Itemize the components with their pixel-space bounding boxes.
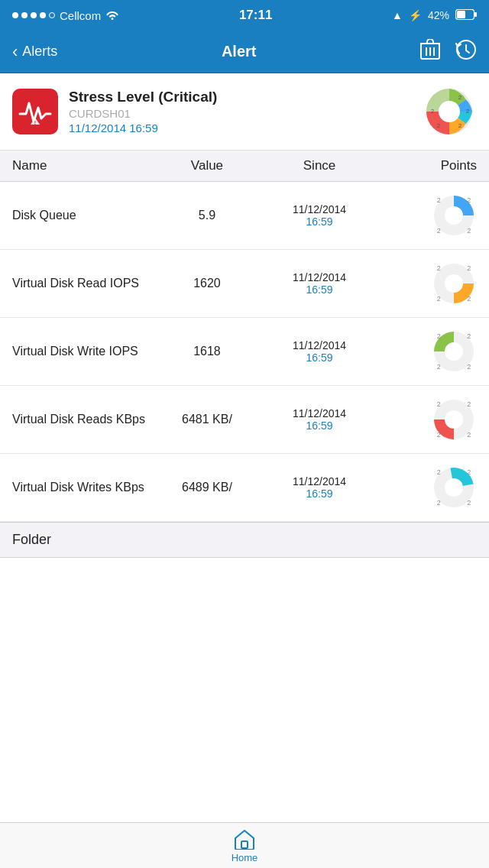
- table-row[interactable]: Virtual Disk Writes KBps6489 KB/11/12/20…: [0, 454, 489, 522]
- status-right: ▲ ⚡ 42%: [392, 9, 477, 22]
- svg-text:2: 2: [467, 431, 471, 439]
- svg-text:2: 2: [458, 122, 462, 129]
- svg-text:2: 2: [467, 468, 471, 476]
- nav-title: Alert: [222, 43, 257, 60]
- folder-section: Folder: [0, 522, 489, 558]
- row-since-time: 16:59: [252, 419, 387, 432]
- row-since: 11/12/201416:59: [252, 271, 387, 296]
- row-pie-chart: 2222: [387, 193, 477, 238]
- svg-point-37: [445, 410, 463, 429]
- svg-text:2: 2: [467, 264, 471, 272]
- svg-text:2: 2: [467, 196, 471, 204]
- svg-point-43: [445, 478, 463, 497]
- battery-label: 42%: [428, 9, 449, 21]
- row-name: Virtual Disk Writes KBps: [12, 480, 162, 496]
- row-pie-chart: 2222: [387, 261, 477, 306]
- svg-text:2: 2: [437, 264, 441, 272]
- status-time: 17:11: [239, 8, 272, 23]
- alert-title: Stress Level (Critical): [69, 89, 411, 105]
- svg-point-12: [439, 101, 460, 122]
- row-pie-chart: 2222: [387, 397, 477, 442]
- svg-text:2: 2: [467, 499, 471, 507]
- svg-text:2: 2: [431, 108, 435, 115]
- table-row[interactable]: Disk Queue5.911/12/201416:592222: [0, 182, 489, 250]
- table-header: Name Value Since Points: [0, 151, 489, 182]
- col-since-header: Since: [252, 158, 387, 173]
- row-since-date: 11/12/2014: [252, 271, 387, 283]
- svg-text:2: 2: [437, 122, 441, 129]
- svg-rect-1: [474, 12, 477, 17]
- alert-header: ! Stress Level (Critical) CURDSH01 11/12…: [0, 73, 489, 151]
- row-name: Virtual Disk Reads KBps: [12, 412, 162, 428]
- svg-text:2: 2: [437, 499, 441, 507]
- col-name-header: Name: [12, 158, 162, 173]
- nav-actions: [420, 39, 477, 65]
- svg-text:2: 2: [437, 332, 441, 340]
- row-since: 11/12/201416:59: [252, 203, 387, 228]
- svg-text:2: 2: [467, 227, 471, 235]
- row-since-time: 16:59: [252, 215, 387, 228]
- location-icon: ▲: [392, 9, 403, 21]
- alert-device: CURDSH01: [69, 107, 411, 120]
- signal-dots: [12, 12, 55, 18]
- svg-text:2: 2: [467, 332, 471, 340]
- svg-point-31: [445, 342, 463, 361]
- table-row[interactable]: Virtual Disk Read IOPS162011/12/201416:5…: [0, 250, 489, 318]
- carrier-label: Cellcom: [60, 9, 101, 22]
- row-since-date: 11/12/2014: [252, 407, 387, 419]
- svg-text:2: 2: [467, 295, 471, 303]
- table-row[interactable]: Virtual Disk Reads KBps6481 KB/11/12/201…: [0, 386, 489, 454]
- col-points-header: Points: [387, 158, 477, 173]
- svg-text:2: 2: [466, 108, 470, 115]
- svg-rect-2: [457, 11, 465, 18]
- row-since: 11/12/201416:59: [252, 339, 387, 364]
- row-since-date: 11/12/2014: [252, 339, 387, 351]
- row-since-date: 11/12/2014: [252, 475, 387, 487]
- row-since-time: 16:59: [252, 487, 387, 500]
- row-value: 1618: [162, 345, 252, 358]
- svg-text:2: 2: [437, 196, 441, 204]
- back-chevron-icon: ‹: [12, 42, 18, 62]
- alert-info: Stress Level (Critical) CURDSH01 11/12/2…: [69, 89, 411, 134]
- row-value: 1620: [162, 277, 252, 290]
- alert-date: 11/12/2014 16:59: [69, 121, 411, 134]
- svg-text:2: 2: [467, 400, 471, 408]
- row-since-time: 16:59: [252, 351, 387, 364]
- row-name: Virtual Disk Read IOPS: [12, 276, 162, 292]
- row-since-time: 16:59: [252, 283, 387, 296]
- svg-text:2: 2: [467, 363, 471, 371]
- row-name: Disk Queue: [12, 208, 162, 224]
- back-label: Alerts: [22, 44, 57, 60]
- back-button[interactable]: ‹ Alerts: [12, 42, 57, 62]
- row-name: Virtual Disk Write IOPS: [12, 344, 162, 360]
- row-since: 11/12/201416:59: [252, 475, 387, 500]
- table-row[interactable]: Virtual Disk Write IOPS161811/12/201416:…: [0, 318, 489, 386]
- status-bar: Cellcom 17:11 ▲ ⚡ 42%: [0, 0, 489, 31]
- row-pie-chart: 2222: [387, 329, 477, 374]
- svg-text:!: !: [34, 120, 36, 125]
- svg-text:2: 2: [437, 468, 441, 476]
- delete-icon[interactable]: [420, 39, 440, 65]
- svg-text:2: 2: [437, 431, 441, 439]
- history-icon[interactable]: [455, 39, 477, 65]
- svg-point-25: [445, 274, 463, 293]
- row-value: 6481 KB/: [162, 413, 252, 426]
- svg-text:2: 2: [437, 400, 441, 408]
- nav-bar: ‹ Alerts Alert: [0, 31, 489, 73]
- folder-label: Folder: [12, 532, 477, 548]
- svg-text:2: 2: [458, 94, 462, 101]
- table-body: Disk Queue5.911/12/201416:592222Virtual …: [0, 182, 489, 522]
- row-value: 5.9: [162, 209, 252, 222]
- row-since-date: 11/12/2014: [252, 203, 387, 215]
- wifi-icon: [105, 9, 119, 22]
- bluetooth-icon: ⚡: [409, 9, 422, 21]
- alert-severity-icon: !: [12, 89, 58, 134]
- svg-text:2: 2: [437, 227, 441, 235]
- svg-text:2: 2: [437, 295, 441, 303]
- row-pie-chart: 2222: [387, 465, 477, 510]
- row-value: 6489 KB/: [162, 481, 252, 494]
- svg-text:2: 2: [437, 363, 441, 371]
- svg-point-19: [445, 206, 463, 225]
- header-pie-chart: 2 2 2 2 2: [422, 84, 477, 139]
- battery-icon: [455, 9, 477, 22]
